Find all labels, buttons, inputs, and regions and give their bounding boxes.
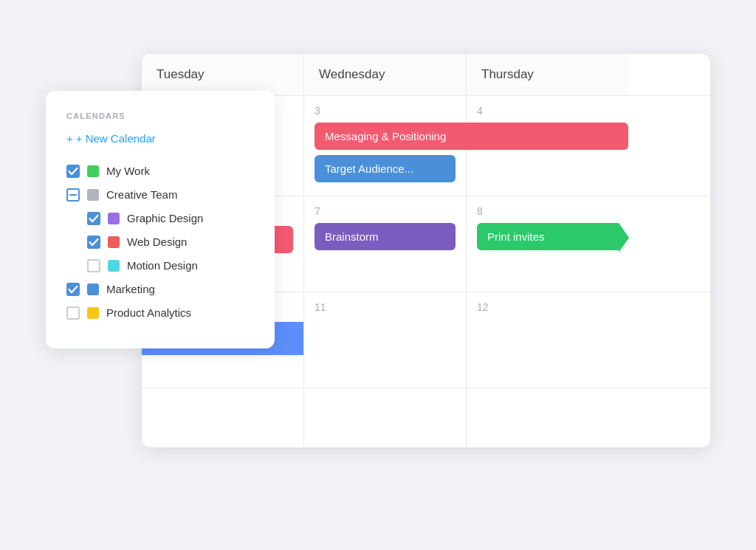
header-wednesday: Wednesday [304, 54, 467, 95]
cell-thu-1: 4 [467, 96, 629, 196]
date-7: 7 [315, 205, 456, 217]
cell-tue-4 [142, 388, 304, 447]
calendars-sidebar: CALENDARS + + New Calendar My Work Creat… [46, 91, 275, 348]
header-thursday: Thursday [467, 54, 629, 95]
sidebar-item-my-work[interactable]: My Work [66, 159, 254, 183]
cell-wed-3: 11 [304, 292, 467, 388]
partial-line [69, 194, 77, 196]
partial-check-icon-creative-team [66, 188, 80, 202]
cell-thu-3: 12 [467, 292, 629, 388]
check-icon-web-design [87, 236, 100, 249]
cell-wed-1: 3 Messaging & Positioning Target Audienc… [304, 96, 467, 196]
cell-wed-2: 7 Brainstorm [304, 196, 467, 292]
cell-wed-4 [304, 388, 467, 447]
event-target-audience[interactable]: Target Audience... [315, 155, 456, 182]
event-print-invites[interactable]: Print invites [477, 223, 619, 250]
color-dot-marketing [87, 283, 99, 295]
color-dot-my-work [87, 165, 99, 177]
sidebar-item-creative-team[interactable]: Creative Team [66, 183, 254, 207]
new-calendar-button[interactable]: + + New Calendar [66, 132, 156, 145]
empty-check-motion-design [87, 259, 100, 272]
label-graphic-design: Graphic Design [127, 212, 203, 224]
check-icon-marketing [66, 283, 80, 296]
color-dot-product-analytics [87, 307, 99, 319]
sidebar-item-motion-design[interactable]: Motion Design [66, 254, 254, 278]
event-brainstorm[interactable]: Brainstorm [315, 223, 456, 250]
label-my-work: My Work [106, 165, 150, 177]
check-icon-my-work [66, 165, 80, 178]
new-calendar-label: + New Calendar [76, 132, 156, 145]
empty-check-product-analytics [66, 306, 80, 320]
color-dot-graphic-design [108, 213, 120, 224]
label-creative-team: Creative Team [106, 188, 177, 201]
label-marketing: Marketing [106, 283, 155, 295]
date-12: 12 [477, 301, 619, 313]
date-8: 8 [477, 205, 619, 217]
color-dot-creative-team [87, 189, 99, 201]
cell-thu-2: 8 Print invites [467, 196, 629, 292]
sidebar-item-product-analytics[interactable]: Product Analytics [66, 301, 254, 325]
sidebar-item-graphic-design[interactable]: Graphic Design [66, 207, 254, 230]
color-dot-web-design [108, 236, 120, 248]
plus-icon: + [66, 132, 73, 145]
check-icon-graphic-design [87, 212, 100, 225]
calendar-header: Tuesday Wednesday Thursday [142, 54, 710, 96]
header-tuesday: Tuesday [142, 54, 304, 95]
sidebar-item-web-design[interactable]: Web Design [66, 230, 254, 254]
calendars-section-title: CALENDARS [66, 111, 254, 120]
calendar-row-4 [142, 388, 710, 447]
label-product-analytics: Product Analytics [106, 306, 191, 319]
color-dot-motion-design [108, 260, 120, 272]
date-3: 3 [315, 105, 456, 117]
label-motion-design: Motion Design [127, 259, 198, 272]
label-web-design: Web Design [127, 236, 187, 248]
cell-thu-4 [467, 388, 629, 447]
date-4: 4 [477, 105, 619, 117]
sidebar-item-marketing[interactable]: Marketing [66, 278, 254, 301]
date-11: 11 [315, 301, 456, 313]
